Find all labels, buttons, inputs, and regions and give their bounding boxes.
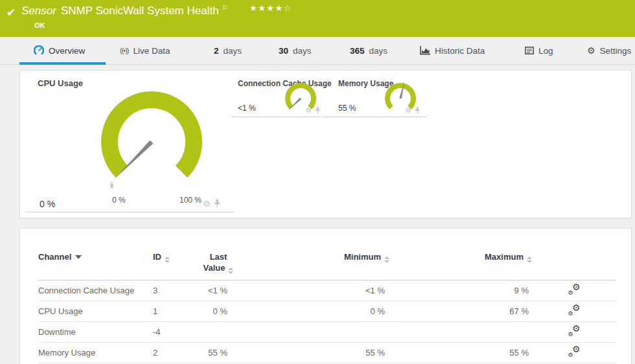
tab-30-days-number: 30	[279, 46, 288, 56]
cell-maximum	[389, 321, 532, 342]
stars-filled: ★★★★	[249, 3, 284, 13]
gear-icon[interactable]: ⚙	[305, 107, 312, 114]
pin-icon[interactable]	[415, 107, 421, 114]
active-tab-underline	[19, 62, 106, 65]
cell-id: 3	[153, 280, 203, 301]
tab-historic-data-label: Historic Data	[435, 46, 485, 56]
cell-last-value: <1 %	[203, 280, 234, 301]
channel-settings-gears-icon[interactable]: ⚙⚙	[568, 305, 581, 315]
column-header-id[interactable]: ID	[153, 252, 203, 280]
sort-descending-icon	[75, 255, 82, 259]
cpu-tile-actions: ⚙	[203, 199, 221, 208]
gear-icon[interactable]: ⚙	[203, 199, 211, 208]
table-row-downtime: Downtime -4 ⚙⚙	[38, 321, 616, 342]
cell-id: 1	[153, 301, 203, 321]
memory-tile-divider	[323, 117, 426, 117]
cpu-gauge-scale-max: 100 %	[179, 196, 202, 205]
cell-maximum: 9 %	[389, 280, 532, 301]
cell-maximum: 67 %	[389, 301, 532, 321]
sort-toggle-icon	[228, 267, 233, 274]
cell-channel[interactable]: Memory Usage	[38, 342, 153, 363]
tab-live-data[interactable]: ((•)) Live Data	[120, 37, 170, 64]
broadcast-icon: ((•))	[120, 47, 129, 54]
column-header-channel[interactable]: Channel	[38, 252, 153, 280]
tab-settings[interactable]: ⚙ Settings	[587, 37, 631, 64]
cell-actions: ⚙⚙	[532, 321, 616, 342]
cell-actions: ⚙⚙	[532, 301, 616, 321]
memory-tile-actions: ⚙	[405, 107, 421, 114]
channel-settings-gears-icon[interactable]: ⚙⚙	[568, 347, 581, 357]
gear-icon[interactable]: ⚙	[405, 107, 411, 114]
object-kind-label: Sensor	[21, 5, 56, 17]
column-header-minimum[interactable]: Minimum	[234, 252, 389, 280]
table-row-cpu-usage: CPU Usage 1 0 % 0 % 67 % ⚙⚙	[38, 301, 616, 321]
cpu-gauge-mean-marker: x̄	[110, 182, 113, 189]
cell-channel[interactable]: Downtime	[38, 321, 153, 342]
channel-settings-gears-icon[interactable]: ⚙⚙	[568, 326, 581, 336]
tab-log-label: Log	[538, 46, 553, 56]
cell-channel[interactable]: Connection Cache Usage	[38, 280, 153, 301]
area-chart-icon	[420, 46, 430, 55]
pin-icon[interactable]	[214, 199, 221, 208]
cell-actions: ⚙⚙	[532, 342, 616, 363]
connection-gauge-value: <1 %	[238, 104, 256, 113]
column-header-actions	[532, 252, 616, 280]
flag-icon[interactable]: ⚐	[222, 4, 229, 12]
cpu-gauge-title: CPU Usage	[38, 78, 83, 88]
cell-minimum: 55 %	[234, 342, 389, 363]
cell-minimum: <1 %	[234, 280, 389, 301]
cell-id: -4	[153, 321, 203, 342]
channel-table: Channel ID Last Value Minimum Maximum	[38, 252, 616, 363]
cpu-gauge-value: 0 %	[40, 199, 55, 209]
cell-last-value: 55 %	[203, 342, 234, 363]
cell-channel[interactable]: CPU Usage	[38, 301, 153, 321]
cell-id: 2	[153, 342, 203, 363]
prtg-sensor-page: { "colors": { "brand_green": "#b2c317", …	[0, 0, 635, 364]
table-row-connection-cache-usage: Connection Cache Usage 3 <1 % <1 % 9 % ⚙…	[38, 280, 616, 301]
tab-30-days[interactable]: 30 days	[279, 37, 312, 64]
cell-last-value: 0 %	[203, 301, 234, 321]
cpu-tile-divider	[25, 212, 234, 212]
channel-settings-gears-icon[interactable]: ⚙⚙	[568, 284, 581, 295]
cell-maximum: 55 %	[389, 342, 532, 363]
column-header-maximum[interactable]: Maximum	[389, 252, 532, 280]
sensor-status-text: OK	[34, 21, 45, 29]
gear-icon: ⚙	[587, 46, 595, 55]
connection-tile-actions: ⚙	[305, 107, 321, 114]
cell-minimum: 0 %	[234, 301, 389, 321]
tab-30-days-unit: days	[293, 46, 312, 56]
memory-gauge-value: 55 %	[338, 104, 356, 113]
tab-365-days-number: 365	[350, 46, 365, 56]
tab-historic-data[interactable]: Historic Data	[420, 37, 485, 64]
column-header-last-value[interactable]: Last Value	[203, 252, 234, 280]
column-header-id-label: ID	[153, 252, 161, 262]
tab-bar: Overview ((•)) Live Data 2 days 30 days …	[0, 37, 635, 65]
status-ok-check-icon: ✔	[6, 6, 16, 19]
gauge-icon	[34, 45, 44, 56]
tab-settings-label: Settings	[600, 46, 632, 56]
priority-stars[interactable]: ★★★★☆	[249, 3, 292, 13]
tab-overview-label: Overview	[49, 46, 85, 56]
sensor-title-line: Sensor SNMP SonicWall System Health ⚐	[21, 5, 230, 17]
sensor-status-header: ✔ Sensor SNMP SonicWall System Health ⚐ …	[0, 0, 635, 37]
column-header-minimum-label: Minimum	[344, 252, 381, 262]
cell-actions: ⚙⚙	[532, 280, 616, 301]
tab-log[interactable]: Log	[525, 37, 553, 64]
column-header-maximum-label: Maximum	[485, 252, 524, 262]
log-list-icon	[525, 47, 534, 54]
pin-icon[interactable]	[315, 107, 321, 114]
tab-overview[interactable]: Overview	[34, 37, 85, 64]
tab-365-days[interactable]: 365 days	[350, 37, 387, 64]
cpu-gauge-scale-min: 0 %	[112, 196, 126, 205]
connection-tile-divider	[232, 117, 321, 117]
tab-live-data-label: Live Data	[133, 46, 170, 56]
tab-2-days[interactable]: 2 days	[214, 37, 242, 64]
table-row-memory-usage: Memory Usage 2 55 % 55 % 55 % ⚙⚙	[38, 342, 616, 363]
tab-2-days-number: 2	[214, 46, 219, 56]
overview-gauges-panel: CPU Usage x̄ 0 % 100 % 0 % ⚙ Connection …	[19, 70, 632, 218]
column-header-channel-label: Channel	[38, 252, 71, 262]
tab-365-days-unit: days	[369, 46, 388, 56]
cell-last-value	[203, 321, 234, 342]
cell-minimum	[234, 321, 389, 342]
column-header-last-value-label: Last Value	[203, 252, 227, 273]
